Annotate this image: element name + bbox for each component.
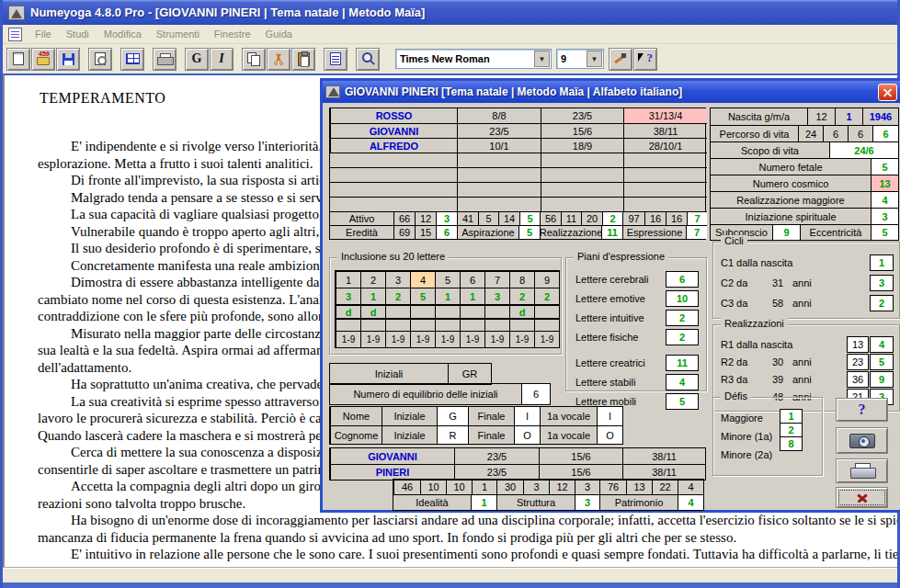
table-cell: 15/6	[539, 464, 622, 480]
dialog-close-button[interactable]	[878, 84, 897, 101]
piani-groupbox: Piani d'espressione Lettere cerebrali 6 …	[565, 257, 707, 391]
report-document-icon	[330, 52, 341, 65]
table-cell: 23/5	[454, 448, 539, 464]
struttura-label: Struttura	[496, 495, 575, 510]
bold-button[interactable]: G	[185, 48, 209, 71]
table-cell: 1	[472, 480, 496, 494]
menu-item[interactable]: File	[28, 26, 59, 42]
percorso-label: Percorso di vita	[711, 125, 798, 141]
idealita-label: Idealità	[393, 495, 471, 510]
piani-value: 2	[666, 310, 699, 326]
defis-title: Défis	[721, 390, 751, 401]
table-cell: 5	[478, 211, 498, 225]
save-button[interactable]	[56, 48, 80, 71]
table-cell: ALFREDO	[330, 138, 457, 153]
help-button[interactable]: ?	[836, 398, 888, 422]
cicli-row: C3 da 58 anni 2	[713, 293, 899, 313]
cosmico-label: Numero cosmico	[711, 175, 871, 191]
printer-icon	[157, 53, 172, 65]
grid-cell: 1-9	[435, 331, 460, 347]
table-cell: 41	[457, 211, 478, 225]
inclusion-title: Inclusione su 20 lettere	[337, 251, 449, 262]
cicli-groupbox: Cicli C1 dalla nascita 1 C2 da	[712, 242, 900, 319]
menu-item[interactable]: Guida	[258, 26, 300, 42]
realizzazioni-title: Realizzazioni	[721, 318, 788, 329]
grid-cell: 9	[534, 271, 559, 288]
table-view-button[interactable]	[120, 48, 144, 71]
window-titlebar[interactable]: Numeyoga 4.8.0 Pro - [GIOVANNI PINERI | …	[3, 0, 897, 25]
magnifier-icon	[361, 52, 374, 65]
find-button[interactable]	[356, 48, 380, 71]
realizzazioni-value: 5	[870, 354, 894, 370]
piani-label: Lettere creatrici	[575, 357, 666, 368]
tools-button[interactable]	[609, 48, 632, 71]
tools-icon	[614, 52, 627, 65]
grid-cell	[360, 318, 385, 331]
context-help-button[interactable]: ?	[633, 48, 657, 71]
table-cell: 15/6	[541, 123, 623, 138]
cicli-value: 1	[870, 254, 894, 271]
grid-cell	[385, 304, 410, 318]
document-line: E' intuitivo in relazione alle persone c…	[10, 546, 897, 563]
inclusion-grid: 123456789 312511322 ddd 1-91-91-91-91-91…	[335, 270, 560, 348]
patrimonio-label: Patrimonio	[599, 495, 678, 510]
cicli-value: 2	[870, 295, 894, 311]
realizzazioni-row: R1 dalla nascita 13 4	[713, 335, 899, 353]
table-cell: 12	[549, 480, 575, 494]
table-cell: 24	[798, 125, 823, 141]
print-button[interactable]	[153, 48, 177, 71]
snapshot-button[interactable]	[836, 427, 888, 454]
table-cell: 3	[871, 208, 898, 224]
synthesis-labels: Idealità 1 Struttura 3 Patrimonio 4	[393, 494, 704, 511]
menu-item[interactable]: Finestre	[207, 26, 258, 42]
grid-cell: 3	[385, 271, 410, 288]
help-icon: ?	[859, 401, 866, 418]
realizzazione-label: Realizzazione	[540, 225, 601, 239]
font-family-select[interactable]: Times New Roman ▼	[395, 49, 552, 69]
chevron-down-icon[interactable]: ▼	[534, 51, 550, 67]
menu-item[interactable]: Modifica	[97, 26, 149, 42]
document-line: Ha bisogno di un'enorme dose di incoragg…	[10, 512, 897, 529]
font-size-select[interactable]: 9 ▼	[556, 49, 604, 69]
paste-button[interactable]	[291, 48, 315, 71]
report-button[interactable]	[324, 48, 347, 71]
table-cell: GIOVANNI	[330, 123, 457, 138]
print-dialog-button[interactable]	[836, 458, 888, 483]
realizzazioni-age: 39	[765, 374, 791, 385]
open-button[interactable]: 459	[31, 48, 55, 71]
cicli-label: C2 da	[721, 277, 765, 288]
names-table: ROSSO8/823/531/13/4 GIOVANNI23/515/638/1…	[329, 107, 706, 240]
defis-value: 1	[780, 409, 803, 424]
preview-button[interactable]	[88, 48, 112, 71]
table-cell: 2	[602, 211, 622, 225]
eredita-label: Eredità	[330, 225, 393, 239]
dialog-titlebar[interactable]: GIOVANNI PINERI [Tema natale | Metodo Ma…	[323, 81, 900, 103]
new-document-button[interactable]	[6, 48, 30, 71]
close-dialog-button[interactable]	[836, 487, 888, 508]
copy-button[interactable]	[242, 48, 266, 71]
chevron-down-icon[interactable]: ▼	[587, 51, 602, 67]
italic-button[interactable]: I	[210, 48, 234, 71]
piani-label: Lettere intuitive	[575, 312, 666, 323]
table-cell: 3	[523, 480, 549, 494]
menu-item[interactable]: Strumenti	[149, 26, 207, 42]
cut-button[interactable]	[267, 48, 291, 71]
grid-cell	[385, 318, 410, 331]
piani-label: Lettere fisiche	[575, 332, 666, 343]
cicli-row: C1 dalla nascita 1	[713, 253, 899, 273]
iniziazione-label: Iniziazione spirituale	[711, 208, 871, 224]
window-bottom-border	[3, 582, 897, 588]
aspirazione-label: Aspirazione	[457, 225, 518, 239]
toolbar: 459 G I Times New Roman ▼ 9 ▼ ?	[3, 44, 897, 74]
defis-label: Minore (1a)	[721, 427, 780, 446]
table-cell: 12	[415, 211, 436, 225]
defis-label: Minore (2a)	[721, 446, 780, 464]
realizzazioni-value: 9	[870, 371, 894, 388]
synthesis-table: GIOVANNI23/515/638/11 PINERI23/515/638/1…	[329, 447, 706, 481]
table-cell: Iniziale	[382, 407, 437, 425]
menu-item[interactable]: Studi	[59, 26, 97, 42]
equilibrio-table: Numero di equilibrio delle iniziali 6	[329, 383, 551, 405]
grid-cell: 5	[410, 288, 435, 304]
grid-cell: 5	[435, 271, 460, 288]
realizzazioni-row: R3 da 39 anni 36 9	[713, 370, 899, 388]
